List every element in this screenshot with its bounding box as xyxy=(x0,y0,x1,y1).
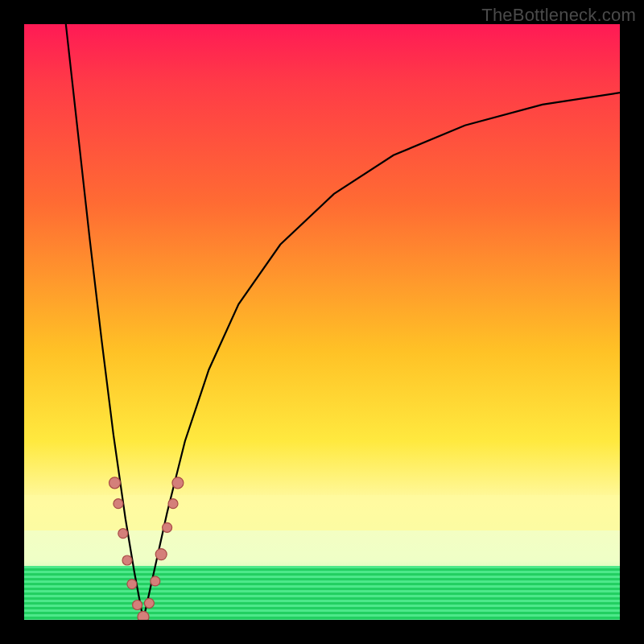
left-curve xyxy=(66,24,143,620)
data-marker xyxy=(133,601,142,610)
data-marker xyxy=(163,522,172,532)
watermark-text: TheBottleneck.com xyxy=(481,5,636,26)
data-marker xyxy=(122,555,132,565)
data-marker xyxy=(144,598,154,608)
data-marker xyxy=(168,499,178,509)
data-marker xyxy=(172,477,184,489)
data-marker xyxy=(114,499,123,509)
data-marker xyxy=(127,580,137,589)
data-marker xyxy=(138,611,149,620)
data-marker xyxy=(151,576,160,586)
data-marker xyxy=(118,529,128,539)
plot-area xyxy=(24,24,620,620)
data-marker xyxy=(109,477,121,489)
marker-group xyxy=(109,477,184,620)
chart-frame: TheBottleneck.com xyxy=(0,0,644,644)
data-marker xyxy=(155,549,167,560)
right-curve xyxy=(143,93,620,620)
curve-svg xyxy=(24,24,620,620)
